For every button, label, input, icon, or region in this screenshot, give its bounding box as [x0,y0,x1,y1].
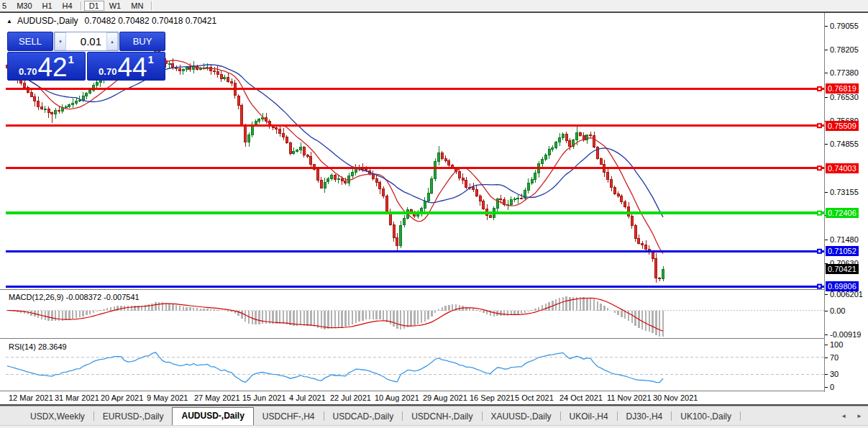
axis-tick-mark [825,334,828,335]
macd-indicator-label: MACD(12,26,9) -0.008372 -0.007541 [9,293,140,301]
axis-tick-mark [825,73,828,73]
date-tick-label: 16 Sep 2021 [470,393,514,402]
axis-tick-mark [825,294,828,295]
toolbar-separator [81,1,81,10]
price-tick-label: 0.77380 [830,68,859,78]
chart-symbol-label: AUDUSD-,Daily [17,16,78,26]
axis-tick-mark [825,240,828,240]
one-click-trade-panel: SELL ▼ 0.01 ▲ BUY 0.70 42 1 0.70 44 1 [7,32,165,81]
price-tick-label: 0.78205 [830,45,859,55]
rsi-axis-label: 0 [830,382,834,392]
axis-tick-mark [825,311,828,311]
date-axis[interactable]: 12 Mar 202131 Mar 202120 Apr 20219 May 2… [0,392,868,404]
timeframe-button-d1[interactable]: D1 [84,1,104,11]
tab-uk100-daily[interactable]: UK100-,Daily [672,409,740,425]
date-tick-label: 11 Nov 2021 [607,393,652,402]
tab-ukoil-h4[interactable]: UKOil-,H4 [561,409,617,425]
collapse-chart-icon[interactable]: ▲ [6,18,12,24]
buy-price-point: 1 [148,55,154,65]
tab-usdx-weekly[interactable]: USDX,Weekly [22,409,93,425]
price-tick-label: 0.79055 [830,21,859,31]
sell-price-display[interactable]: 0.70 42 1 [7,52,86,81]
price-tick-label: 0.74855 [830,139,859,149]
tab-xauusd-daily[interactable]: XAUUSD-,Daily [483,409,560,425]
chart-window: ▲ AUDUSD-,Daily 0.70482 0.70482 0.70418 … [0,13,868,406]
timeframe-button-w1[interactable]: W1 [104,1,127,11]
sell-price-point: 1 [68,55,74,65]
timeframe-button-5[interactable]: 5 [0,1,12,11]
date-tick-label: 24 Oct 2021 [559,393,603,402]
buy-button[interactable]: BUY [119,32,165,51]
volume-input[interactable]: 0.01 [66,32,106,50]
level-price-badge: 0.72406 [826,208,859,218]
tab-scroll-left-icon[interactable]: ◄ [841,413,846,419]
rsi-chart[interactable] [6,340,824,391]
sell-button[interactable]: SELL [7,32,53,51]
date-tick-label: 31 Mar 2021 [55,393,99,402]
date-tick-label: 10 Aug 2021 [375,393,419,402]
axis-tick-mark [825,358,828,358]
timeframe-button-m30[interactable]: M30 [12,1,37,11]
timeframe-button-h4[interactable]: H4 [58,1,78,11]
chart-title: ▲ AUDUSD-,Daily 0.70482 0.70482 0.70418 … [6,16,216,26]
chart-tab-bar: USDX,WeeklyEURUSD-,DailyAUDUSD-,DailyUSD… [0,406,868,425]
date-tick-label: 30 Nov 2021 [653,393,698,402]
rsi-axis-label: 30 [830,369,839,379]
sell-price-pips: 42 [37,57,67,78]
macd-axis-label: 0.00 [830,306,845,316]
tab-audusd-daily[interactable]: AUDUSD-,Daily [172,407,253,425]
tab-usdcnh-daily[interactable]: USDCNH-,Daily [403,409,481,425]
rsi-axis-label: 70 [830,352,839,363]
date-tick-label: 22 Jul 2021 [330,393,371,402]
axis-tick-mark [825,387,828,388]
tab-usdchf-h4[interactable]: USDCHF-,H4 [254,409,324,425]
timeframe-toolbar: 5M30H1H4D1W1MN [0,0,868,13]
date-tick-label: 29 Aug 2021 [423,393,467,402]
level-price-badge: 0.76819 [826,83,859,94]
toolbar-separator [151,1,152,10]
level-price-badge: 0.71052 [826,246,859,256]
macd-histogram [7,296,663,336]
date-tick-label: 12 Mar 2021 [9,393,53,402]
axis-tick-mark [825,26,828,27]
buy-price-pips: 44 [117,57,147,78]
price-tick-label: 0.73155 [830,187,859,197]
rsi-indicator-label: RSI(14) 28.3649 [9,342,67,351]
tabs-holder: USDX,WeeklyEURUSD-,DailyAUDUSD-,DailyUSD… [22,407,741,425]
date-tick-label: 27 May 2021 [194,393,240,402]
status-strip [0,425,868,428]
timeframe-button-mn[interactable]: MN [126,1,148,11]
macd-axis-label: -0.00919 [830,329,861,340]
axis-tick-mark [825,97,828,98]
volume-decrease-icon[interactable]: ▼ [55,32,66,50]
tab-usdcad-daily[interactable]: USDCAD-,Daily [324,409,403,425]
rsi-line [7,352,663,383]
rsi-axis-label: 100 [830,340,843,350]
volume-stepper: ▼ 0.01 ▲ [54,32,119,51]
chart-ohlc-values: 0.70482 0.70482 0.70418 0.70421 [85,16,217,26]
level-price-badge: 0.69806 [826,281,859,291]
level-price-badge: 0.75509 [826,121,859,131]
tab-scroll-controls: ◄ ► [841,413,868,425]
date-tick-label: 9 May 2021 [147,393,188,402]
volume-increase-icon[interactable]: ▲ [106,32,118,50]
price-axis[interactable]: 0.790550.782050.773800.765300.756800.748… [824,13,868,392]
date-tick-label: 4 Jul 2021 [289,393,326,402]
price-tick-label: 0.71480 [830,235,859,245]
tab-eurusd-daily[interactable]: EURUSD-,Daily [94,409,173,425]
date-tick-label: 5 Oct 2021 [515,393,554,402]
price-tick-label: 0.76530 [830,92,859,102]
tab-scroll-right-icon[interactable]: ► [856,413,862,419]
buy-price-display[interactable]: 0.70 44 1 [87,52,165,81]
tab-dj30-h4[interactable]: DJ30-,H4 [618,409,672,425]
timeframe-button-h1[interactable]: H1 [37,1,58,11]
level-price-badge: 0.74003 [826,163,859,173]
axis-tick-mark [825,345,828,345]
sell-price-prefix: 0.70 [19,67,37,76]
buy-price-prefix: 0.70 [99,67,117,76]
axis-tick-mark [825,50,828,50]
axis-tick-mark [825,374,828,375]
moving-average-21 [7,65,663,217]
date-tick-label: 15 Jun 2021 [242,393,286,402]
current-price-badge: 0.70421 [826,264,859,274]
